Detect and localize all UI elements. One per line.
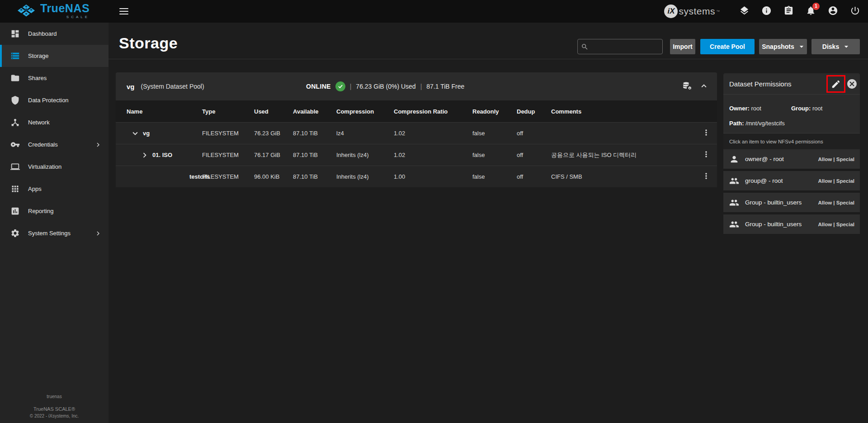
- cell-available: 87.10 TiB: [293, 173, 336, 180]
- sidebar: Dashboard Storage Shares Data Protection…: [0, 23, 108, 423]
- chevron-right-icon: [94, 141, 102, 149]
- acl-who: Group - builtin_users: [745, 221, 802, 228]
- panel-title: Dataset Permissions: [729, 80, 792, 88]
- pencil-icon: [831, 79, 841, 89]
- pool-used: 76.23 GiB (0%) Used: [356, 83, 415, 90]
- cell-used: 76.17 GiB: [254, 152, 293, 158]
- dataset-permissions-panel: Dataset Permissions Owner: root Group: r…: [723, 73, 860, 234]
- cell-readonly: false: [472, 152, 517, 158]
- sidebar-item-reporting[interactable]: Reporting: [0, 200, 108, 222]
- brand-sub: SCALE: [40, 15, 90, 19]
- chevron-right-icon: [94, 229, 102, 238]
- sidebar-footer: truenas TrueNAS SCALE® © 2022 - iXsystem…: [0, 394, 108, 418]
- table-row[interactable]: vg FILESYSTEM 76.23 GiB 87.10 TiB lz4 1.…: [116, 122, 717, 144]
- pool-free: 87.1 TiB Free: [426, 83, 464, 90]
- path-label: Path:: [729, 120, 744, 127]
- separator: |: [420, 83, 422, 90]
- close-panel-button[interactable]: [846, 78, 858, 90]
- chevron-up-icon: [699, 81, 709, 91]
- sidebar-item-label: Reporting: [28, 208, 53, 214]
- shield-icon: [10, 95, 20, 105]
- truenas-logo: TrueNAS SCALE: [16, 3, 90, 19]
- create-pool-button[interactable]: Create Pool: [700, 39, 755, 54]
- row-menu-button[interactable]: [699, 148, 713, 162]
- expand-row-button[interactable]: [140, 150, 150, 160]
- sidebar-item-system-settings[interactable]: System Settings: [0, 222, 108, 244]
- snapshots-dropdown-button[interactable]: Snapshots: [759, 39, 807, 54]
- row-menu-button[interactable]: [699, 170, 713, 184]
- acl-who: owner@ - root: [745, 156, 784, 162]
- sidebar-item-network[interactable]: Network: [0, 111, 108, 133]
- sidebar-item-credentials[interactable]: Credentials: [0, 133, 108, 156]
- truenas-logo-icon: [16, 4, 36, 18]
- caret-down-icon: [797, 42, 806, 51]
- search-input[interactable]: [590, 39, 660, 54]
- permissions-panel-header: Dataset Permissions: [723, 73, 860, 95]
- menu-toggle-button[interactable]: [119, 6, 131, 16]
- account-button[interactable]: [827, 5, 839, 17]
- monitor-icon: [10, 162, 20, 171]
- info-button[interactable]: [760, 5, 772, 17]
- cell-readonly: false: [472, 173, 517, 180]
- cell-type: FILESYSTEM: [202, 152, 254, 158]
- person-icon: [729, 154, 739, 164]
- permissions-summary: Owner: root Group: root Path: /mnt/vg/te…: [723, 95, 860, 133]
- row-menu-button[interactable]: [699, 127, 713, 140]
- acl-who: group@ - root: [745, 177, 783, 184]
- edit-permissions-button[interactable]: [831, 79, 841, 89]
- collapse-pool-button[interactable]: [699, 81, 709, 92]
- column-type: Type: [202, 108, 254, 115]
- bar-chart-icon: [10, 206, 20, 216]
- notifications-button[interactable]: 1: [805, 5, 816, 17]
- sidebar-item-shares[interactable]: Shares: [0, 67, 108, 89]
- cell-comments: 공용으로 사용되는 ISO 디렉터리: [551, 151, 695, 159]
- cell-compression: Inherits (lz4): [336, 173, 394, 180]
- cell-type: FILESYSTEM: [202, 173, 254, 180]
- group-icon: [729, 198, 739, 208]
- disks-label: Disks: [822, 43, 839, 50]
- acl-item[interactable]: owner@ - root Allow | Special: [723, 149, 860, 169]
- acl-item[interactable]: Group - builtin_users Allow | Special: [723, 214, 860, 234]
- cell-dedup: off: [517, 130, 551, 137]
- ixsystems-mark-icon: iX: [664, 5, 678, 18]
- table-row[interactable]: 01. ISO FILESYSTEM 76.17 GiB 87.10 TiB I…: [116, 144, 717, 166]
- header-divider: [108, 59, 868, 59]
- collapse-row-button[interactable]: [130, 128, 140, 138]
- disks-dropdown-button[interactable]: Disks: [811, 39, 860, 54]
- folder-icon: [10, 73, 20, 83]
- group-value: root: [812, 105, 822, 112]
- key-icon: [10, 140, 20, 149]
- column-comments: Comments: [551, 108, 695, 115]
- pool-header: vg (System Dataset Pool) ONLINE | 76.23 …: [116, 72, 717, 100]
- acl-item[interactable]: group@ - root Allow | Special: [723, 171, 860, 190]
- ixsystems-tm: ™: [716, 10, 720, 14]
- path-value: /mnt/vg/testcifs: [745, 120, 785, 127]
- group-icon: [729, 176, 739, 186]
- column-readonly: Readonly: [472, 108, 517, 115]
- table-row[interactable]: testcifs FILESYSTEM 96.00 KiB 87.10 TiB …: [116, 166, 717, 187]
- pool-subtitle: (System Dataset Pool): [141, 83, 204, 90]
- cell-ratio: 1.02: [394, 130, 472, 137]
- sidebar-item-data-protection[interactable]: Data Protection: [0, 89, 108, 111]
- sidebar-item-label: Dashboard: [28, 30, 57, 37]
- cell-readonly: false: [472, 130, 517, 137]
- sidebar-item-virtualization[interactable]: Virtualization: [0, 156, 108, 178]
- cell-ratio: 1.00: [394, 173, 472, 180]
- power-button[interactable]: [849, 5, 861, 17]
- column-dedup: Dedup: [517, 108, 551, 115]
- sidebar-item-storage[interactable]: Storage: [0, 45, 108, 67]
- jobs-button[interactable]: [783, 5, 794, 17]
- cell-dedup: off: [517, 152, 551, 158]
- sidebar-item-label: Apps: [28, 185, 42, 192]
- sidebar-item-label: Credentials: [28, 141, 58, 148]
- sidebar-item-apps[interactable]: Apps: [0, 178, 108, 200]
- truecommand-button[interactable]: [738, 5, 750, 17]
- sidebar-item-label: System Settings: [28, 230, 71, 237]
- acl-item[interactable]: Group - builtin_users Allow | Special: [723, 193, 860, 212]
- import-button[interactable]: Import: [670, 39, 695, 54]
- pool-actions-button[interactable]: [682, 81, 692, 92]
- chevron-down-icon: [130, 128, 140, 138]
- acl-perm: Allow | Special: [818, 157, 854, 162]
- sidebar-item-label: Network: [28, 119, 50, 126]
- sidebar-item-dashboard[interactable]: Dashboard: [0, 23, 108, 45]
